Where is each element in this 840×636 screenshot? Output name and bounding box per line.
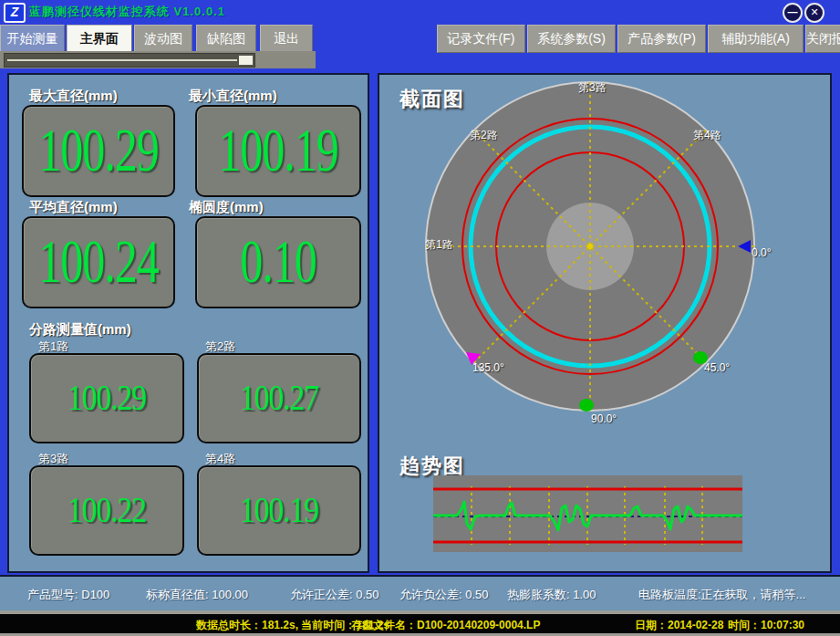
product-model: 产品型号: D100 — [27, 587, 109, 603]
save-filename-text: 存盘文件名：D100-20140209-0004.LP — [351, 618, 540, 633]
nominal-diameter-label: 标称直径值: — [146, 588, 209, 601]
avg-diameter-display: 100.24 — [22, 216, 175, 308]
nominal-diameter-value: 100.00 — [212, 588, 248, 601]
diagram-channel2-label: 第2路 — [470, 128, 498, 143]
min-diameter-value: 100.19 — [218, 105, 338, 197]
nominal-diameter: 标称直径值: 100.00 — [146, 587, 248, 603]
ovality-display: 0.10 — [195, 216, 361, 308]
board-temperature-label: 电路板温度:正在获取，请稍等... — [638, 588, 805, 601]
thermal-coefficient: 热膨胀系数: 1.00 — [507, 587, 596, 603]
menu-aux-functions-button[interactable]: 辅助功能(A) — [708, 25, 804, 53]
channel3-display: 100.22 — [29, 465, 184, 556]
diagram-channel4-label: 第4路 — [693, 128, 721, 143]
channel1-value: 100.29 — [67, 353, 146, 443]
channel-section-title: 分路测量值(mm) — [29, 321, 131, 339]
channel3-value: 100.22 — [67, 465, 146, 556]
session-status-bar: 数据总时长：181.2s, 当前时间：181.2s 存盘文件名：D100-201… — [0, 614, 840, 633]
angle-0-label: 0.0° — [752, 246, 771, 259]
close-button-icon[interactable]: ✕ — [804, 3, 824, 23]
channel2-value: 100.27 — [240, 353, 318, 443]
min-diameter-display: 100.19 — [195, 105, 361, 197]
ovality-label: 椭圆度(mm) — [189, 199, 264, 216]
time-text: 时间：10:07:30 — [728, 618, 804, 633]
minimize-button-icon[interactable]: — — [783, 3, 803, 23]
visual-panel: 截面图 第3路 第2路 第4路 第1路 0.0° 45.0° 90.0° 135… — [378, 73, 832, 573]
diagram-channel3-label: 第3路 — [578, 80, 607, 96]
date-text: 日期：2014-02-28 — [635, 618, 723, 633]
angle-90-label: 90.0° — [591, 412, 617, 425]
max-diameter-value: 100.29 — [38, 105, 159, 197]
negative-tolerance-label: 允许负公差: — [399, 588, 462, 601]
positive-tolerance: 允许正公差: 0.50 — [290, 587, 379, 603]
product-status-bar: 产品型号: D100 标称直径值: 100.00 允许正公差: 0.50 允许负… — [0, 575, 840, 612]
title-bar: Z 蓝鹏测径仪线材监控系统 V1.0.0.1 — ✕ — [0, 0, 840, 24]
scrollbar-groove — [7, 59, 237, 61]
positive-tolerance-value: 0.50 — [356, 588, 379, 601]
avg-diameter-value: 100.24 — [38, 216, 159, 308]
menu-start-measure-button[interactable]: 开始测量 — [0, 25, 65, 53]
channel4-value: 100.19 — [240, 465, 318, 556]
negative-tolerance-value: 0.50 — [465, 588, 488, 601]
angle-135-label: 135.0° — [472, 361, 504, 374]
avg-diameter-label: 平均直径(mm) — [29, 199, 118, 216]
menu-fluctuation-chart-button[interactable]: 波动图 — [134, 25, 192, 53]
menu-record-files-button[interactable]: 记录文件(F) — [437, 25, 525, 53]
horizontal-scrollbar[interactable] — [4, 53, 255, 68]
measurement-panel: 最大直径(mm) 最小直径(mm) 100.29 100.19 平均直径(mm)… — [7, 73, 369, 573]
thermal-coefficient-label: 热膨胀系数: — [507, 588, 570, 601]
board-temperature: 电路板温度:正在获取，请稍等... — [638, 587, 805, 603]
product-model-value: D100 — [81, 588, 109, 601]
trend-chart — [433, 475, 742, 552]
diagram-channel1-label: 第1路 — [425, 237, 453, 253]
menu-main-screen-button[interactable]: 主界面 — [67, 25, 132, 53]
positive-tolerance-label: 允许正公差: — [290, 588, 353, 601]
max-diameter-display: 100.29 — [22, 105, 175, 197]
menu-product-params-button[interactable]: 产品参数(P) — [617, 25, 706, 53]
tool-strip — [0, 51, 316, 68]
channel4-display: 100.19 — [197, 465, 361, 556]
menu-exit-button[interactable]: 退出 — [260, 25, 313, 53]
product-model-label: 产品型号: — [27, 588, 78, 601]
channel2-display: 100.27 — [197, 353, 361, 443]
marker-90-deg-icon — [579, 399, 594, 412]
thermal-coefficient-value: 1.00 — [573, 588, 596, 601]
channel1-display: 100.29 — [29, 353, 184, 443]
menu-close-alarm-button[interactable]: 关闭报 — [805, 25, 840, 53]
menu-defect-chart-button[interactable]: 缺陷图 — [196, 25, 256, 53]
menu-system-params-button[interactable]: 系统参数(S) — [527, 25, 616, 53]
negative-tolerance: 允许负公差: 0.50 — [399, 587, 489, 603]
ovality-value: 0.10 — [240, 216, 316, 308]
angle-45-label: 45.0° — [704, 361, 730, 374]
scrollbar-thumb[interactable] — [238, 55, 254, 66]
min-diameter-label: 最小直径(mm) — [189, 88, 277, 105]
max-diameter-label: 最大直径(mm) — [29, 88, 118, 105]
window-title: 蓝鹏测径仪线材监控系统 V1.0.0.1 — [29, 4, 225, 20]
app-logo-icon: Z — [4, 3, 26, 23]
center-dot — [587, 244, 593, 249]
